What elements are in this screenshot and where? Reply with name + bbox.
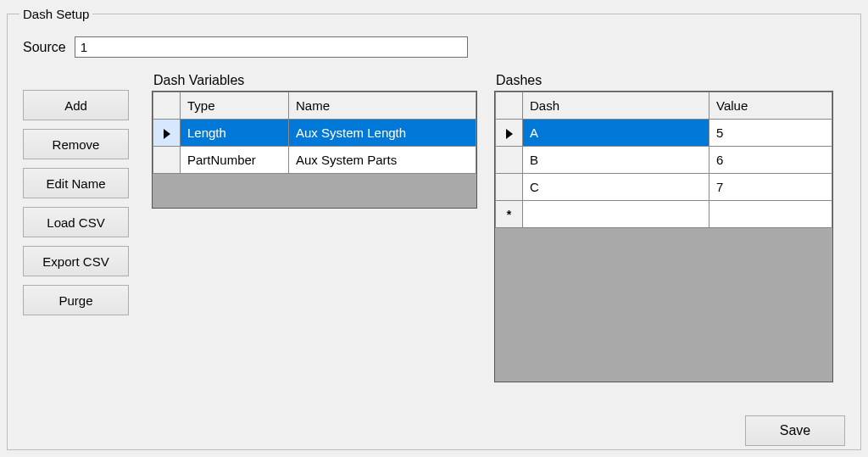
vars-row[interactable]: PartNumber Aux System Parts [153, 147, 476, 174]
source-row: Source [23, 36, 849, 58]
new-row-indicator[interactable]: * [496, 201, 523, 228]
dashes-row[interactable]: B 6 [496, 147, 832, 174]
row-indicator-cell[interactable] [153, 120, 181, 147]
add-button[interactable]: Add [23, 90, 129, 120]
dashes-row[interactable]: A 5 [496, 120, 832, 147]
dashes-value-header[interactable]: Value [709, 92, 832, 120]
button-column: Add Remove Edit Name Load CSV Export CSV… [23, 90, 135, 315]
current-row-icon [506, 129, 513, 139]
vars-name-cell[interactable]: Aux System Parts [289, 147, 476, 174]
dashes-dash-header[interactable]: Dash [523, 92, 709, 120]
vars-name-header[interactable]: Name [289, 92, 476, 120]
dashes-section: Dashes Dash Value A 5 [494, 73, 833, 382]
row-indicator-cell[interactable] [496, 147, 523, 174]
vars-header-row: Type Name [153, 92, 476, 120]
save-button[interactable]: Save [745, 415, 845, 446]
row-indicator-cell[interactable] [496, 174, 523, 201]
vars-type-cell[interactable]: PartNumber [181, 147, 289, 174]
load-csv-button[interactable]: Load CSV [23, 207, 129, 237]
source-input[interactable] [75, 36, 468, 58]
asterisk-icon: * [507, 208, 511, 221]
vars-row[interactable]: Length Aux System Length [153, 120, 476, 147]
dashes-value-cell[interactable]: 7 [709, 174, 832, 201]
dash-variables-grid[interactable]: Type Name Length Aux System Length PartN [152, 91, 477, 209]
dash-setup-group: Dash Setup Source Add Remove Edit Name L… [7, 7, 861, 450]
purge-button[interactable]: Purge [23, 285, 129, 315]
dash-variables-title: Dash Variables [153, 73, 477, 88]
remove-button[interactable]: Remove [23, 129, 129, 159]
dashes-value-cell[interactable] [709, 201, 832, 228]
dash-variables-section: Dash Variables Type Name Length [152, 73, 477, 209]
dashes-corner-cell [496, 92, 523, 120]
dashes-value-cell[interactable]: 6 [709, 147, 832, 174]
group-title: Dash Setup [19, 7, 92, 21]
vars-corner-cell [153, 92, 181, 120]
dashes-dash-cell[interactable] [523, 201, 709, 228]
source-label: Source [23, 40, 66, 55]
dashes-row[interactable]: C 7 [496, 174, 832, 201]
dashes-title: Dashes [496, 73, 833, 88]
edit-name-button[interactable]: Edit Name [23, 168, 129, 198]
dashes-dash-cell[interactable]: B [523, 147, 709, 174]
dashes-dash-cell[interactable]: A [523, 120, 709, 147]
row-indicator-cell[interactable] [496, 120, 523, 147]
current-row-icon [164, 129, 170, 139]
vars-name-cell[interactable]: Aux System Length [289, 120, 476, 147]
dashes-new-row[interactable]: * [496, 201, 832, 228]
row-indicator-cell[interactable] [153, 147, 181, 174]
export-csv-button[interactable]: Export CSV [23, 246, 129, 276]
vars-type-header[interactable]: Type [181, 92, 289, 120]
dashes-header-row: Dash Value [496, 92, 832, 120]
vars-type-cell[interactable]: Length [181, 120, 289, 147]
dashes-grid[interactable]: Dash Value A 5 B 6 [494, 91, 833, 382]
dashes-dash-cell[interactable]: C [523, 174, 709, 201]
dashes-value-cell[interactable]: 5 [709, 120, 832, 147]
